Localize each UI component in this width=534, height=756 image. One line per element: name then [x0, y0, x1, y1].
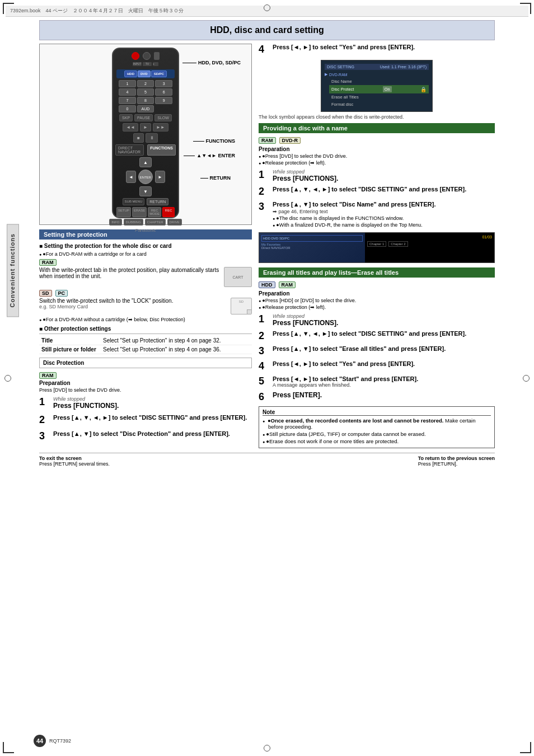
other-protection-section: ■ Other protection settings Title Select… — [39, 326, 252, 354]
erase-prep-title: Preparation — [259, 290, 495, 297]
erase-btn[interactable]: ERASE — [132, 207, 147, 217]
erase-step6-main: Press [ENTER]. — [273, 391, 493, 399]
prov-step3-b1: ●The disc name is displayed in the FUNCT… — [273, 215, 493, 221]
prov-step3-main: Press [▲, ▼] to select "Disc Name" and p… — [273, 201, 493, 208]
right-step4-main: Press [◄, ►] to select "Yes" and press [… — [273, 44, 493, 50]
still-row-label: Still picture or folder — [39, 345, 101, 354]
slow-btn[interactable]: SLOW — [154, 114, 172, 121]
disc-prot-step2: 2 Press [▲, ▼, ◄, ►] to select "DISC SET… — [39, 414, 252, 426]
enter-btn[interactable]: ENTER — [138, 170, 153, 184]
hdd-btn[interactable]: HDD — [124, 71, 137, 77]
protection-table: Title Select "Set up Protection" in step… — [39, 336, 252, 354]
sub-menu-btn[interactable]: SUB MENU — [123, 198, 145, 205]
remote-body: INPUT TV + HDD DVD SD/PC 1 — [112, 48, 179, 218]
info-btn[interactable]: INFO — [109, 219, 121, 226]
providing-name-badges: RAM DVD-R — [259, 137, 495, 144]
functions-btn[interactable]: FUNCTIONS — [147, 144, 176, 156]
ds-erase-all: Erase all Titles — [329, 93, 429, 101]
dvd-ram-cartridge-note: ●For a DVD-RAM with a cartridge or for a… — [39, 251, 252, 257]
disc-protection-label: Disc Protection — [43, 360, 248, 366]
step1-label: While stopped — [53, 396, 250, 402]
note-content: ●Once erased, the recorded contents are … — [263, 417, 491, 444]
corner-bl — [3, 742, 14, 753]
erase-step3: 3 Press [▲, ▼] to select "Erase all titl… — [259, 345, 495, 357]
input-select-btn[interactable]: INPUT — [133, 62, 142, 66]
prov-step1-main: Press [FUNCTIONS]. — [273, 175, 493, 182]
play-btn[interactable]: ► — [140, 123, 151, 132]
prov-step1-label: While stopped — [273, 169, 493, 175]
nav-right[interactable]: ► — [155, 171, 165, 183]
page-title-bar: HDD, disc and card setting — [39, 20, 495, 40]
corner-tl — [3, 3, 14, 14]
right-column: 4 Press [◄, ►] to select "Yes" and press… — [259, 44, 495, 448]
direct-nav-btn[interactable]: DIRECT NAVIGATOR — [115, 144, 144, 156]
prov-prep1: ●Press [DVD] to select the DVD drive. — [259, 153, 495, 159]
tv-button[interactable] — [143, 52, 151, 60]
erase-step5-main: Press [◄, ►] to select "Start" and press… — [273, 375, 493, 382]
footer-exit-title: To exit the screen — [39, 456, 110, 461]
nav-up[interactable]: ▲ — [139, 157, 152, 167]
skip-btn[interactable]: SKP — [119, 114, 133, 121]
sd-card-illustration: SD — [231, 298, 252, 314]
ff-btn[interactable]: ►► — [153, 123, 168, 132]
ds-header: DISC SETTING Used: 1.1 Free: 3.16 (3PT) — [325, 64, 429, 70]
num-7[interactable]: 7 — [119, 97, 136, 104]
rew-btn[interactable]: ◄◄ — [123, 123, 138, 132]
footer-return-title: To return to the previous screen — [418, 456, 495, 461]
file-info-text: 7392em.book 44 ページ ２００４年４月２７日 火曜日 午後５時３０… — [10, 7, 184, 15]
right-step4: 4 Press [◄, ►] to select "Yes" and press… — [259, 44, 495, 55]
prov-prep2: ●Release protection (➡ left). — [259, 160, 495, 166]
stop-btn[interactable]: ■ — [133, 133, 144, 143]
note-line2: ●Still picture data (JPEG, TIFF) or comp… — [263, 431, 491, 437]
erase-hdd-badge: HDD — [259, 281, 275, 288]
tv-mode-btn[interactable]: TV — [143, 62, 152, 66]
lock-symbol: 🔒 — [420, 87, 427, 92]
erase-ram-badge: RAM — [279, 281, 296, 288]
ch-up-btn[interactable]: + — [153, 62, 158, 66]
sub-return-row: SUB MENU RETURN — [115, 198, 176, 205]
sdpc-btn[interactable]: SD/PC — [151, 71, 167, 77]
num-2[interactable]: 2 — [137, 80, 154, 87]
disc-prot-prep-text: Press [DVD] to select the DVD drive. — [39, 387, 252, 393]
num-5[interactable]: 5 — [137, 88, 154, 96]
ds-disc-name: Disc Name — [329, 78, 429, 85]
num-8[interactable]: 8 — [137, 97, 154, 104]
sd-description: Switch the write-protect switch to the "… — [39, 298, 227, 309]
rec-mode-btn[interactable]: REC MODE — [148, 207, 161, 217]
step3-main: Press [▲, ▼] to select "Disc Protection"… — [53, 430, 250, 437]
disc-prot-step1: 1 While stopped Press [FUNCTIONS]. — [39, 396, 252, 410]
num-3[interactable]: 3 — [155, 80, 172, 87]
main-content: INPUT TV + HDD DVD SD/PC 1 — [39, 44, 495, 448]
erase-prep2: ●Release protection (➡ left). — [259, 304, 495, 310]
dubbing-btn[interactable]: DUBBING — [124, 219, 143, 226]
num-9[interactable]: 9 — [155, 97, 172, 104]
nav-left[interactable]: ◄ — [126, 171, 136, 183]
sidebar-label: Convenient functions — [7, 224, 19, 317]
return-btn[interactable]: RETURN — [147, 198, 168, 205]
num-6[interactable]: 6 — [155, 88, 172, 96]
ds-menu-items: Disc Name Disc Protect On 🔒 Erase all Ti… — [325, 78, 429, 108]
pause-btn[interactable]: PAUSE — [134, 114, 153, 121]
pause2-btn[interactable]: ⏸ — [146, 133, 158, 143]
num-0[interactable]: 0 — [119, 105, 136, 112]
title-row-label: Title — [39, 336, 101, 345]
ram-badge-row: RAM — [39, 259, 252, 266]
dvd-btn[interactable]: DVD — [138, 71, 151, 77]
functions-direct-row: DIRECT NAVIGATOR FUNCTIONS — [115, 144, 176, 156]
setup-btn[interactable]: SETUP — [116, 207, 131, 217]
playback-row: ◄◄ ► ►► — [115, 123, 176, 132]
num-4[interactable]: 4 — [119, 88, 136, 96]
nav-down[interactable]: ▼ — [139, 186, 152, 196]
erase-step2-num: 2 — [259, 330, 269, 342]
drive-btn[interactable]: DRIVE — [167, 219, 182, 226]
power-button[interactable] — [132, 52, 139, 60]
no-cartridge-note: ●For a DVD-RAM without a cartridge (➡ be… — [39, 317, 252, 322]
ds-dvd-ram-row: ▶ DVD-RAM — [325, 72, 429, 77]
chapter-btn[interactable]: CHAPTER — [145, 219, 166, 226]
info-row: INFO DUBBING CHAPTER DRIVE — [116, 219, 175, 226]
audio-btn[interactable]: AUD — [137, 105, 154, 112]
num-1[interactable]: 1 — [119, 80, 136, 87]
rec-btn[interactable]: REC — [162, 207, 175, 217]
step3-num: 3 — [39, 430, 49, 442]
release-button[interactable] — [154, 52, 160, 60]
